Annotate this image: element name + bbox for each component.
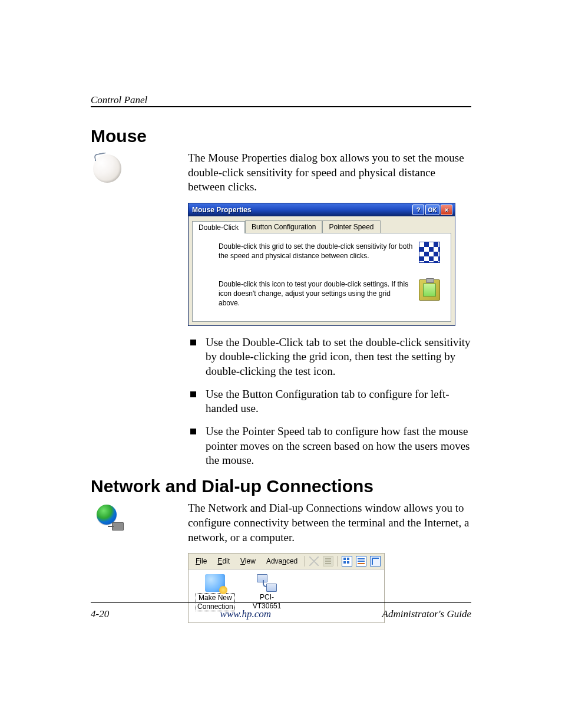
dialog-title: Mouse Properties: [192, 206, 411, 214]
double-click-grid-icon[interactable]: [419, 242, 440, 263]
mouse-bullet-list: Use the Double-Click tab to set the doub…: [188, 335, 471, 469]
pci-connection-icon: [257, 574, 277, 592]
mouse-bullet-3: Use the Pointer Speed tab to configure h…: [188, 424, 471, 468]
toolbar-separator-2: [338, 556, 338, 566]
footer-url[interactable]: www.hp.com: [109, 608, 382, 620]
details-icon: [370, 556, 381, 566]
make-new-connection-icon: [205, 574, 225, 592]
footer-page-number: 4-20: [91, 608, 109, 620]
header-rule: [91, 106, 471, 107]
delete-icon: [309, 556, 319, 566]
running-head: Control Panel: [91, 94, 147, 106]
double-click-grid-text: Double-click this grid to set the double…: [219, 242, 419, 261]
small-icons-icon: [356, 556, 366, 566]
network-intro-paragraph: The Network and Dial-up Connections wind…: [188, 501, 471, 545]
menu-advanced[interactable]: Advanced: [262, 556, 302, 566]
toolbar-view-details-button[interactable]: [369, 555, 382, 568]
network-globe-icon: [97, 505, 120, 528]
section-mouse-heading: Mouse: [91, 126, 471, 146]
menu-edit[interactable]: Edit: [213, 556, 234, 566]
toolbar-separator: [305, 556, 305, 566]
title-help-button[interactable]: ?: [412, 205, 424, 215]
dialog-title-bar: Mouse Properties ? OK ×: [189, 203, 455, 216]
double-click-test-icon[interactable]: [419, 279, 440, 301]
section-network-heading: Network and Dial-up Connections: [91, 476, 471, 496]
toolbar-view-small-button[interactable]: [355, 555, 368, 568]
page-footer: 4-20 www.hp.com Administrator's Guide: [91, 608, 471, 620]
large-icons-icon: [342, 556, 352, 566]
menu-file[interactable]: File: [191, 556, 211, 566]
mouse-icon: [93, 154, 121, 183]
mouse-bullet-2: Use the Button Configuration tab to conf…: [188, 387, 471, 416]
title-close-button[interactable]: ×: [441, 205, 452, 215]
footer-guide-name: Administrator's Guide: [382, 608, 471, 620]
menu-view[interactable]: View: [236, 556, 260, 566]
title-ok-button[interactable]: OK: [425, 205, 439, 215]
properties-icon: [323, 556, 333, 566]
toolbar-properties-button[interactable]: [322, 555, 335, 568]
tab-double-click[interactable]: Double-Click: [192, 221, 245, 233]
mouse-properties-dialog: Mouse Properties ? OK × Double-Click But…: [188, 203, 455, 326]
pci-connection-label-1: PCI-: [260, 593, 274, 601]
tab-button-configuration[interactable]: Button Configuration: [245, 220, 322, 233]
double-click-test-text: Double-click this icon to test your doub…: [219, 279, 419, 308]
mouse-intro-paragraph: The Mouse Properties dialog box allows y…: [188, 151, 471, 195]
network-menubar: File Edit View Advanced: [189, 554, 384, 569]
make-new-connection-label-1: Make New: [199, 594, 232, 602]
dialog-tab-body: Double-click this grid to set the double…: [192, 233, 451, 322]
dialog-tabstrip: Double-Click Button Configuration Pointe…: [189, 216, 455, 233]
mouse-bullet-1: Use the Double-Click tab to set the doub…: [188, 335, 471, 379]
toolbar-delete-button[interactable]: [308, 555, 320, 568]
footer-rule: [91, 602, 471, 603]
toolbar-view-large-button[interactable]: [340, 555, 353, 568]
tab-pointer-speed[interactable]: Pointer Speed: [322, 220, 380, 233]
